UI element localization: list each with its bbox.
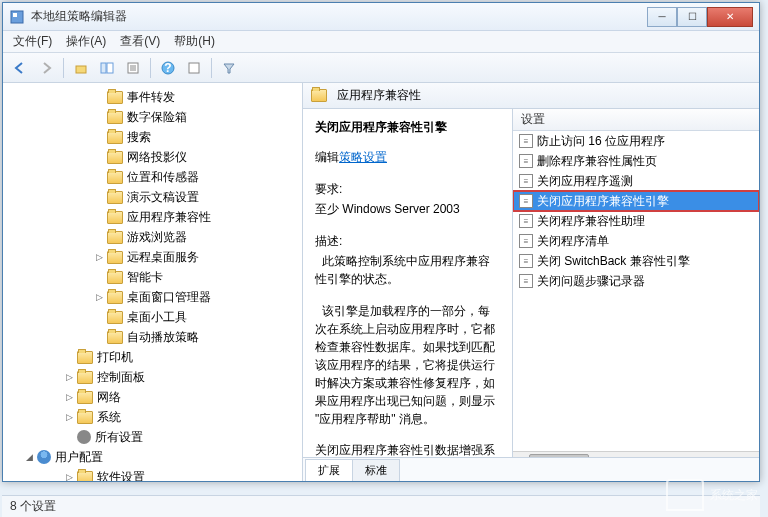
tree-item-label: 系统 [97,409,121,426]
tree-item[interactable]: 事件转发 [3,87,302,107]
folder-icon [107,211,123,224]
settings-item[interactable]: ≡关闭 SwitchBack 兼容性引擎 [513,251,759,271]
folder-icon [107,151,123,164]
watermark-text: 系统之家 [710,487,758,504]
forward-button[interactable] [35,57,57,79]
maximize-button[interactable]: ☐ [677,7,707,27]
export-button[interactable] [122,57,144,79]
tree-expander-icon[interactable]: ▷ [63,411,75,423]
menu-view[interactable]: 查看(V) [114,31,166,52]
statusbar: 8 个设置 [2,495,760,517]
tab-extended[interactable]: 扩展 [305,459,353,481]
policy-icon: ≡ [519,154,533,168]
menu-help[interactable]: 帮助(H) [168,31,221,52]
tree-item[interactable]: ▷网络 [3,387,302,407]
tree-item-label: 自动播放策略 [127,329,199,346]
menu-file[interactable]: 文件(F) [7,31,58,52]
window-buttons: ─ ☐ ✕ [647,7,753,27]
tree-expander-icon[interactable] [93,111,105,123]
tree-item[interactable]: 智能卡 [3,267,302,287]
tree-item[interactable]: 桌面小工具 [3,307,302,327]
svg-rect-3 [101,63,106,73]
settings-item-label: 防止访问 16 位应用程序 [537,133,665,150]
tree-item[interactable]: ▷桌面窗口管理器 [3,287,302,307]
tree-expander-icon[interactable] [63,431,75,443]
settings-item[interactable]: ≡关闭程序兼容性助理 [513,211,759,231]
tree-expander-icon[interactable] [93,271,105,283]
up-button[interactable] [70,57,92,79]
tree-expander-icon[interactable] [93,91,105,103]
tree-item[interactable]: 打印机 [3,347,302,367]
settings-item[interactable]: ≡关闭程序清单 [513,231,759,251]
tree-item[interactable]: 应用程序兼容性 [3,207,302,227]
tree-expander-icon[interactable] [93,231,105,243]
tab-standard[interactable]: 标准 [352,459,400,481]
settings-item[interactable]: ≡防止访问 16 位应用程序 [513,131,759,151]
settings-item[interactable]: ≡删除程序兼容性属性页 [513,151,759,171]
tree-expander-icon[interactable] [93,171,105,183]
back-button[interactable] [9,57,31,79]
settings-item-label: 关闭问题步骤记录器 [537,273,645,290]
tree-expander-icon[interactable]: ◢ [23,451,35,463]
tree-item[interactable]: 位置和传感器 [3,167,302,187]
detail-column: 关闭应用程序兼容性引擎 编辑策略设置 要求: 至少 Windows Server… [303,109,513,457]
policy-icon: ≡ [519,254,533,268]
tree-expander-icon[interactable]: ▷ [93,291,105,303]
tree-expander-icon[interactable] [93,311,105,323]
tree-expander-icon[interactable] [93,191,105,203]
tree-item-label: 桌面小工具 [127,309,187,326]
show-hide-tree-button[interactable] [96,57,118,79]
tree-item[interactable]: 搜索 [3,127,302,147]
tree-expander-icon[interactable]: ▷ [63,371,75,383]
settings-item-label: 关闭应用程序遥测 [537,173,633,190]
tree-expander-icon[interactable]: ▷ [93,251,105,263]
tree-item[interactable]: 所有设置 [3,427,302,447]
tree-item[interactable]: ▷系统 [3,407,302,427]
tree-item[interactable]: 演示文稿设置 [3,187,302,207]
tree-pane[interactable]: 事件转发数字保险箱搜索网络投影仪位置和传感器演示文稿设置应用程序兼容性游戏浏览器… [3,83,303,481]
tree-item[interactable]: ◢用户配置 [3,447,302,467]
edit-policy-link[interactable]: 策略设置 [339,150,387,164]
tree-item[interactable]: 数字保险箱 [3,107,302,127]
close-button[interactable]: ✕ [707,7,753,27]
settings-item[interactable]: ≡关闭问题步骤记录器 [513,271,759,291]
menubar: 文件(F) 操作(A) 查看(V) 帮助(H) [3,31,759,53]
minimize-button[interactable]: ─ [647,7,677,27]
settings-header[interactable]: 设置 [513,109,759,131]
svg-text:?: ? [164,61,171,75]
titlebar: 本地组策略编辑器 ─ ☐ ✕ [3,3,759,31]
tree-expander-icon[interactable] [93,151,105,163]
tree-item-label: 打印机 [97,349,133,366]
tree-item[interactable]: ▷远程桌面服务 [3,247,302,267]
svg-rect-2 [76,66,86,73]
tree-item-label: 搜索 [127,129,151,146]
right-body: 关闭应用程序兼容性引擎 编辑策略设置 要求: 至少 Windows Server… [303,109,759,457]
tree-expander-icon[interactable]: ▷ [63,391,75,403]
window-title: 本地组策略编辑器 [31,8,647,25]
tree-expander-icon[interactable]: ▷ [63,471,75,481]
toolbar: ? [3,53,759,83]
folder-icon [107,91,123,104]
tree-item[interactable]: 网络投影仪 [3,147,302,167]
tabs: 扩展 标准 [303,457,759,481]
toolbar-separator [211,58,212,78]
tree-item[interactable]: ▷软件设置 [3,467,302,481]
tree-item[interactable]: ▷控制面板 [3,367,302,387]
folder-icon [107,111,123,124]
tree-expander-icon[interactable] [93,331,105,343]
help-button[interactable]: ? [157,57,179,79]
policy-icon: ≡ [519,134,533,148]
policy-icon: ≡ [519,194,533,208]
settings-item[interactable]: ≡关闭应用程序兼容性引擎 [513,191,759,211]
tree-expander-icon[interactable] [63,351,75,363]
tree-item[interactable]: 游戏浏览器 [3,227,302,247]
tree-expander-icon[interactable] [93,211,105,223]
settings-item[interactable]: ≡关闭应用程序遥测 [513,171,759,191]
settings-item-label: 关闭 SwitchBack 兼容性引擎 [537,253,690,270]
tree-item[interactable]: 自动播放策略 [3,327,302,347]
properties-button[interactable] [183,57,205,79]
tree-expander-icon[interactable] [93,131,105,143]
menu-action[interactable]: 操作(A) [60,31,112,52]
folder-icon [107,311,123,324]
filter-button[interactable] [218,57,240,79]
